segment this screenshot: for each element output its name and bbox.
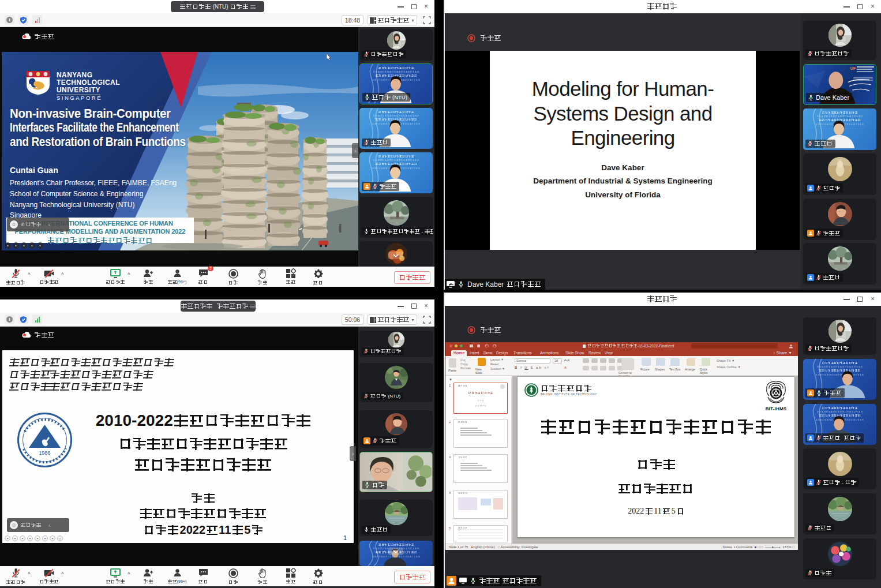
- svg-text:1986: 1986: [39, 450, 50, 456]
